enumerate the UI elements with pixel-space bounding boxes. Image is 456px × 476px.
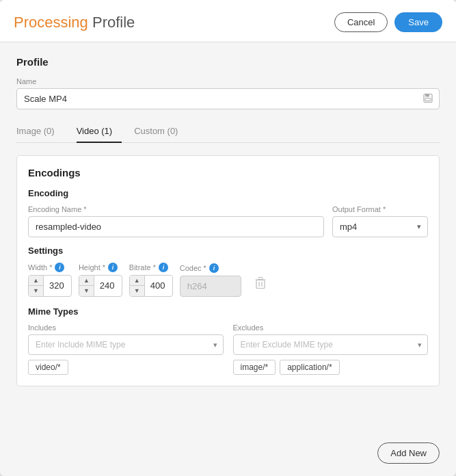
svg-rect-2 xyxy=(425,98,431,101)
bitrate-field: Bitrate * i ▲ ▼ 400 xyxy=(129,263,173,298)
codec-label-row: Codec * i xyxy=(180,263,241,273)
page-title: Processing Profile xyxy=(14,14,135,31)
excludes-dropdown: ▾ xyxy=(233,334,429,355)
profile-section: Profile Name xyxy=(16,56,440,109)
excludes-tags: image/* application/* xyxy=(233,360,429,375)
svg-rect-5 xyxy=(256,280,265,289)
tab-custom[interactable]: Custom (0) xyxy=(134,120,187,143)
width-field: Width * i ▲ ▼ 320 xyxy=(28,263,72,298)
name-label: Name xyxy=(16,77,440,85)
includes-tags: video/* xyxy=(28,360,224,375)
height-info-icon[interactable]: i xyxy=(108,263,118,272)
width-label: Width * xyxy=(28,263,52,272)
add-new-button[interactable]: Add New xyxy=(377,442,440,464)
tab-image[interactable]: Image (0) xyxy=(16,120,64,143)
settings-title: Settings xyxy=(28,246,428,256)
codec-field: Codec * i h264 xyxy=(180,263,241,297)
encoding-name-row: Encoding Name * Output Format * mp4 webm… xyxy=(28,205,428,237)
codec-value: h264 xyxy=(180,276,241,297)
excludes-tag-image: image/* xyxy=(233,360,276,375)
includes-dropdown: ▾ xyxy=(28,334,224,355)
codec-label: Codec * xyxy=(180,264,206,272)
output-format-field: Output Format * mp4 webm ogg ▾ xyxy=(332,205,428,237)
height-field: Height * i ▲ ▼ 240 xyxy=(79,263,122,298)
name-field-wrapper xyxy=(16,88,440,109)
encoding-name-field: Encoding Name * xyxy=(28,205,324,237)
settings-row: Width * i ▲ ▼ 320 Height * xyxy=(28,263,428,298)
height-spinner-buttons: ▲ ▼ xyxy=(79,276,94,297)
header-actions: Cancel Save xyxy=(334,12,442,32)
height-increment-button[interactable]: ▲ xyxy=(79,276,94,287)
encoding-subsection-title: Encoding xyxy=(28,188,428,198)
title-word2: Profile xyxy=(92,14,135,31)
delete-encoding-button[interactable] xyxy=(251,274,270,295)
title-word1: Processing xyxy=(14,14,88,31)
processing-profile-modal: Processing Profile Cancel Save Profile N… xyxy=(0,0,456,476)
includes-field: Includes ▾ video/* xyxy=(28,323,224,375)
bitrate-decrement-button[interactable]: ▼ xyxy=(130,286,144,296)
bitrate-label-row: Bitrate * i xyxy=(129,263,173,272)
output-format-label: Output Format * xyxy=(332,205,428,213)
height-spinner: ▲ ▼ 240 xyxy=(79,275,122,298)
modal-footer: Add New xyxy=(0,434,456,476)
width-spinner: ▲ ▼ 320 xyxy=(28,275,72,298)
height-label: Height * xyxy=(79,263,105,272)
excludes-input[interactable] xyxy=(233,334,429,355)
width-value: 320 xyxy=(44,276,71,295)
cancel-button[interactable]: Cancel xyxy=(334,12,388,32)
height-value: 240 xyxy=(94,276,122,295)
save-field-icon xyxy=(423,93,433,105)
width-info-icon[interactable]: i xyxy=(55,263,64,272)
excludes-label: Excludes xyxy=(233,323,429,332)
svg-rect-4 xyxy=(258,278,263,280)
name-input[interactable] xyxy=(16,88,440,109)
width-spinner-buttons: ▲ ▼ xyxy=(29,276,44,297)
output-format-select[interactable]: mp4 webm ogg xyxy=(332,216,428,237)
encoding-name-label: Encoding Name * xyxy=(28,205,324,213)
bitrate-spinner-buttons: ▲ ▼ xyxy=(130,276,145,297)
tabs-bar: Image (0) Video (1) Custom (0) xyxy=(16,120,440,143)
bitrate-increment-button[interactable]: ▲ xyxy=(130,276,144,287)
tab-video[interactable]: Video (1) xyxy=(77,120,122,143)
excludes-field: Excludes ▾ image/* application/* xyxy=(233,323,429,375)
bitrate-label: Bitrate * xyxy=(129,263,156,272)
mime-types-title: Mime Types xyxy=(28,306,428,317)
width-label-row: Width * i xyxy=(28,263,72,272)
encodings-title: Encodings xyxy=(28,167,428,178)
encodings-section: Encodings Encoding Encoding Name * Outpu… xyxy=(16,155,440,387)
includes-tag-video: video/* xyxy=(28,360,68,375)
excludes-tag-application: application/* xyxy=(280,360,339,375)
includes-label: Includes xyxy=(28,323,224,332)
bitrate-info-icon[interactable]: i xyxy=(159,263,168,272)
save-button[interactable]: Save xyxy=(394,12,442,32)
width-decrement-button[interactable]: ▼ xyxy=(29,286,43,296)
codec-info-icon[interactable]: i xyxy=(209,263,219,273)
width-increment-button[interactable]: ▲ xyxy=(29,276,43,287)
height-decrement-button[interactable]: ▼ xyxy=(79,286,94,296)
includes-input[interactable] xyxy=(28,334,224,355)
modal-body: Profile Name Image (0) Video (1) xyxy=(0,42,456,434)
mime-row: Includes ▾ video/* Excludes xyxy=(28,323,428,375)
encoding-name-input[interactable] xyxy=(28,216,324,237)
bitrate-spinner: ▲ ▼ 400 xyxy=(129,275,173,298)
mime-types-section: Mime Types Includes ▾ video/* xyxy=(28,306,428,375)
output-format-select-wrapper: mp4 webm ogg ▾ xyxy=(332,216,428,237)
height-label-row: Height * i xyxy=(79,263,122,272)
bitrate-value: 400 xyxy=(145,276,172,295)
svg-rect-1 xyxy=(425,94,429,96)
modal-header: Processing Profile Cancel Save xyxy=(0,0,456,42)
profile-section-title: Profile xyxy=(16,56,440,68)
